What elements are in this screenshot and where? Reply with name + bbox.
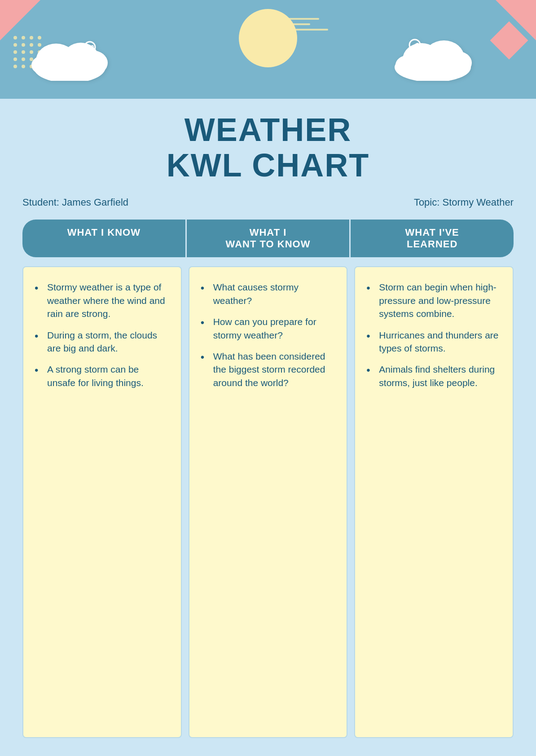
learned-item-3: Animals find shelters during storms, jus… [366,363,501,389]
learned-column: Storm can begin when high-pressure and l… [354,266,514,738]
cloud-right [388,22,478,81]
page-title: WEATHER KWL CHART [22,112,514,183]
header-know: WHAT I KNOW [22,220,185,257]
meta-row: Student: James Garfield Topic: Stormy We… [22,197,514,208]
column-headers: WHAT I KNOW WHAT IWANT TO KNOW WHAT I'VE… [22,220,514,257]
want-to-know-column: What causes stormy weather? How can you … [189,266,348,738]
learned-list: Storm can begin when high-pressure and l… [366,281,501,389]
student-label: Student: James Garfield [22,197,128,208]
page: WEATHER KWL CHART Student: James Garfiel… [0,0,536,756]
want-item-2: How can you prepare for stormy weather? [201,315,336,342]
header-want-to-know: WHAT IWANT TO KNOW [185,220,351,257]
title-line1: WEATHER [22,112,514,148]
kwl-grid: Stormy weather is a type of weather wher… [22,266,514,738]
header-sky [0,0,536,99]
svg-point-5 [31,55,58,75]
learned-item-1: Storm can begin when high-pressure and l… [366,281,501,320]
know-item-2: During a storm, the clouds are big and d… [35,329,170,355]
content-area: WEATHER KWL CHART Student: James Garfiel… [0,99,536,756]
know-item-3: A strong storm can be unsafe for living … [35,363,170,389]
know-item-1: Stormy weather is a type of weather wher… [35,281,170,320]
header-learned: WHAT I'VELEARNED [351,220,514,257]
svg-point-10 [443,51,472,75]
svg-point-11 [395,55,421,75]
know-column: Stormy weather is a type of weather wher… [22,266,182,738]
want-to-know-list: What causes stormy weather? How can you … [201,281,336,389]
speed-lines [279,18,328,31]
title-line2: KWL CHART [22,148,514,183]
want-item-1: What causes stormy weather? [201,281,336,307]
cloud-left [27,22,112,81]
topic-label: Topic: Stormy Weather [414,197,514,208]
svg-point-4 [76,50,108,75]
learned-item-2: Hurricanes and thunders are types of sto… [366,329,501,355]
know-list: Stormy weather is a type of weather wher… [35,281,170,389]
want-item-3: What has been considered the biggest sto… [201,350,336,389]
